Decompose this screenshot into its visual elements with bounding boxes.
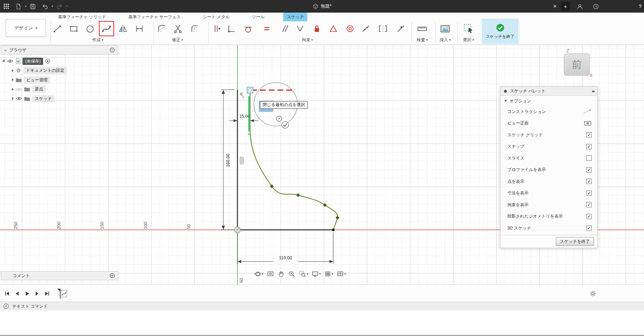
insert-tool[interactable] bbox=[439, 23, 451, 35]
inspect-group-dropdown[interactable]: 検査▾ bbox=[416, 37, 428, 43]
recent-button[interactable] bbox=[591, 2, 600, 11]
look-at-plane-icon[interactable] bbox=[584, 120, 592, 126]
undo-caret[interactable]: ▾ bbox=[52, 5, 53, 8]
tab-solid[interactable]: 基準フィーチャ ソリッド bbox=[55, 13, 110, 21]
construction-line-icon[interactable] bbox=[583, 109, 592, 115]
checkbox[interactable]: ✓ bbox=[586, 144, 592, 149]
width-dimension[interactable]: 15.00 bbox=[229, 114, 258, 122]
checkbox[interactable]: ✓ bbox=[586, 191, 592, 196]
display-settings-button[interactable]: ▾ bbox=[312, 270, 321, 278]
document-tab[interactable]: 無題* bbox=[313, 3, 332, 10]
spline-start-point-highlight[interactable] bbox=[247, 87, 253, 93]
midpoint-constraint-tool[interactable] bbox=[395, 23, 407, 35]
tangent-constraint-tool[interactable] bbox=[242, 23, 254, 35]
arc-handle[interactable] bbox=[276, 116, 282, 121]
expand-caret-icon[interactable] bbox=[2, 60, 6, 63]
expand-caret-icon[interactable] bbox=[12, 88, 14, 91]
perpendicular-constraint-tool[interactable] bbox=[294, 23, 306, 35]
timeline-settings-button[interactable] bbox=[589, 289, 597, 298]
option-construction[interactable]: コンストラクション bbox=[500, 106, 597, 118]
file-menu-caret[interactable]: ▾ bbox=[25, 5, 26, 8]
tree-item-origin[interactable]: 原点 bbox=[3, 85, 118, 94]
line-tool[interactable] bbox=[51, 23, 63, 35]
collapse-icon[interactable]: « bbox=[4, 48, 6, 52]
zoom-window-button[interactable]: ▾ bbox=[299, 270, 308, 278]
tree-root-row[interactable]: (未保存) bbox=[3, 57, 118, 66]
option-sketch-grid[interactable]: スケッチ グリッド ✓ bbox=[500, 129, 597, 141]
viewports-button[interactable]: ▾ bbox=[337, 270, 346, 278]
select-tool[interactable] bbox=[462, 23, 475, 35]
sketch-dimension-tool[interactable] bbox=[133, 23, 145, 35]
checkbox[interactable]: ✓ bbox=[586, 179, 592, 184]
profile-button[interactable] bbox=[575, 2, 584, 11]
redo-button[interactable] bbox=[55, 2, 64, 11]
app-grid-icon[interactable] bbox=[2, 2, 11, 11]
text-commands-label[interactable]: テキスト コマンド bbox=[12, 304, 48, 309]
undo-button[interactable] bbox=[40, 2, 50, 11]
timeline-skip-start-button[interactable] bbox=[3, 289, 11, 298]
offset-tool[interactable] bbox=[189, 23, 201, 35]
create-group-dropdown[interactable]: 作成▾ bbox=[92, 37, 103, 43]
grid-settings-button[interactable]: ▾ bbox=[324, 270, 333, 278]
dim-height-text[interactable]: 160.00 bbox=[226, 153, 230, 167]
option-show-constraints[interactable]: 拘束を表示 ✓ bbox=[500, 199, 597, 211]
workspace-switcher[interactable]: デザイン ▾ bbox=[6, 19, 46, 37]
new-tab-button[interactable]: + bbox=[561, 2, 570, 11]
tree-item-label[interactable]: 原点 bbox=[32, 86, 46, 93]
orbit-button[interactable]: ▾ bbox=[254, 270, 263, 278]
browser-header[interactable]: « ブラウザ bbox=[1, 45, 118, 55]
equal-constraint-tool[interactable] bbox=[261, 23, 273, 35]
expand-caret-icon[interactable] bbox=[12, 69, 14, 72]
fix-constraint-tool[interactable] bbox=[311, 23, 323, 35]
sketch-palette-header[interactable]: スケッチ パレット ▸▸ bbox=[500, 87, 597, 96]
redo-caret[interactable]: ▾ bbox=[66, 5, 68, 8]
tab-surface[interactable]: 基準フィーチャ サーフェス bbox=[125, 13, 184, 21]
collinear-constraint-tool[interactable] bbox=[360, 23, 372, 35]
close-tab-button[interactable]: ✕ bbox=[553, 3, 557, 9]
file-menu-button[interactable] bbox=[14, 2, 23, 11]
parallel-constraint-tool[interactable] bbox=[278, 23, 291, 35]
polygon-constraint-tool[interactable] bbox=[327, 23, 339, 35]
expand-caret-icon[interactable] bbox=[12, 78, 14, 81]
option-snap[interactable]: スナップ ✓ bbox=[500, 141, 597, 153]
trim-tool[interactable] bbox=[172, 23, 184, 35]
help-button[interactable]: ? bbox=[639, 3, 642, 9]
tree-item-label[interactable]: ビュー管理 bbox=[24, 76, 50, 84]
option-3d-sketch[interactable]: 3D スケッチ ✓ bbox=[500, 222, 597, 234]
look-at-button[interactable] bbox=[267, 270, 274, 278]
height-dimension[interactable]: 160.00 bbox=[221, 90, 234, 230]
constrain-group-dropdown[interactable]: 拘束▾ bbox=[302, 37, 313, 43]
tree-item-label[interactable]: スケッチ bbox=[32, 95, 55, 102]
pan-button[interactable] bbox=[278, 270, 285, 278]
checkbox[interactable]: ✓ bbox=[586, 214, 592, 219]
timeline-sketch-feature[interactable] bbox=[56, 287, 68, 299]
plus-circle-icon[interactable] bbox=[110, 273, 115, 278]
checkbox[interactable]: ✓ bbox=[586, 225, 592, 231]
palette-finish-sketch-button[interactable]: スケッチを終了 bbox=[556, 237, 594, 246]
tree-item-sketches[interactable]: スケッチ bbox=[3, 94, 118, 103]
inspect-tool[interactable] bbox=[416, 23, 428, 35]
expand-panel-icon[interactable]: ▸▸ bbox=[592, 89, 594, 93]
options-section-header[interactable]: ▼ オプション bbox=[500, 96, 597, 106]
tree-item-view-management[interactable]: ビュー管理 bbox=[3, 75, 118, 85]
eye-icon[interactable] bbox=[7, 59, 13, 63]
origin-point[interactable] bbox=[234, 227, 240, 233]
viewcube[interactable]: 前 Z X bbox=[564, 53, 590, 76]
coincident-constraint-tool[interactable] bbox=[211, 23, 223, 35]
option-look-at[interactable]: ビュー正面 bbox=[500, 118, 597, 129]
insert-group-dropdown[interactable]: 挿入▾ bbox=[439, 37, 450, 43]
option-show-points[interactable]: 点を表示 ✓ bbox=[500, 176, 597, 187]
option-show-dimensions[interactable]: 寸法を表示 ✓ bbox=[500, 187, 597, 199]
tree-item-label[interactable]: ドキュメントの設定 bbox=[23, 67, 67, 74]
symmetry-constraint-tool[interactable] bbox=[377, 23, 389, 35]
option-slice[interactable]: スライス bbox=[500, 152, 597, 164]
timeline-play-button[interactable] bbox=[23, 289, 31, 298]
finish-sketch-button[interactable]: スケッチを終了 bbox=[482, 19, 518, 44]
checkbox[interactable] bbox=[586, 155, 592, 161]
minus-circle-icon[interactable] bbox=[110, 47, 115, 53]
rectangle-tool[interactable] bbox=[68, 23, 80, 35]
mirror-tool[interactable] bbox=[117, 23, 129, 35]
tab-sheetmetal[interactable]: シート メタル bbox=[199, 13, 233, 21]
timeline-step-back-button[interactable] bbox=[13, 289, 21, 298]
vertical-constraint-glyph[interactable] bbox=[240, 157, 244, 164]
